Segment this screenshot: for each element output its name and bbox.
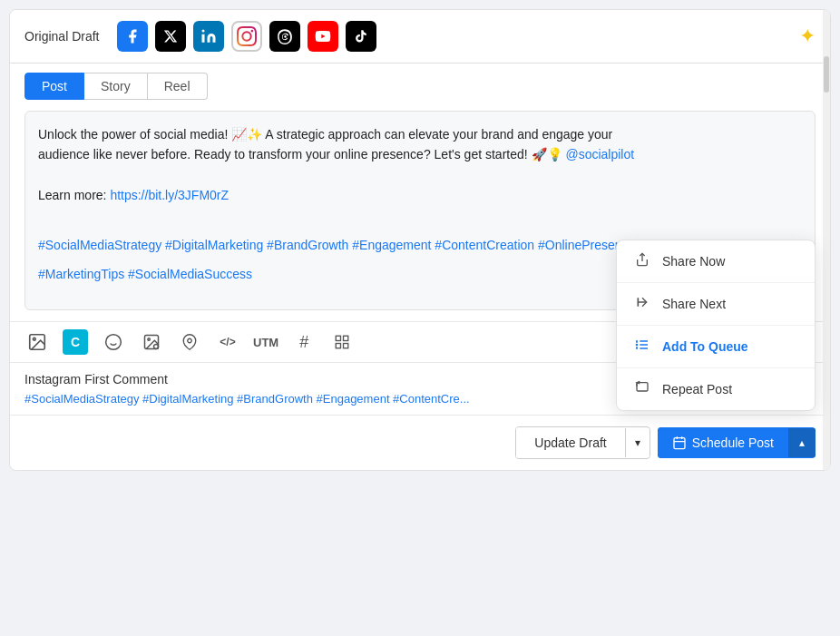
- post-line1: Unlock the power of social media! 📈✨ A s…: [38, 127, 612, 142]
- social-icon-twitter[interactable]: [155, 21, 186, 52]
- repeat-post-label: Repeat Post: [662, 382, 732, 396]
- share-next-icon: [633, 295, 651, 313]
- tabs-bar: Post Story Reel: [10, 64, 830, 100]
- toolbar-hashtag-icon[interactable]: #: [291, 329, 317, 355]
- social-icon-youtube[interactable]: [308, 21, 338, 52]
- social-icon-tiktok[interactable]: [346, 21, 376, 52]
- repeat-post-icon: [633, 380, 651, 398]
- toolbar-utm-label[interactable]: UTM: [253, 336, 278, 349]
- svg-point-3: [33, 338, 35, 340]
- toolbar-canva-icon[interactable]: C: [63, 329, 88, 355]
- dropdown-add-to-queue[interactable]: Add To Queue: [617, 326, 815, 368]
- dropdown-share-next[interactable]: Share Next: [617, 283, 815, 326]
- svg-rect-13: [344, 336, 348, 340]
- update-draft-group: Update Draft ▾: [515, 426, 650, 459]
- tab-post[interactable]: Post: [24, 73, 84, 100]
- share-now-icon: [633, 252, 651, 270]
- header: Original Draft: [10, 10, 830, 64]
- footer: Update Draft ▾ Schedule Post ▴: [10, 415, 830, 470]
- social-icon-facebook[interactable]: [117, 21, 148, 52]
- svg-point-4: [106, 335, 122, 350]
- calendar-icon: [672, 435, 687, 450]
- scrollbar[interactable]: [823, 10, 830, 470]
- first-comment-text: #SocialMediaStrategy #DigitalMarketing #…: [24, 392, 641, 406]
- svg-point-28: [636, 347, 638, 349]
- svg-rect-15: [344, 344, 348, 348]
- dropdown-menu: Share Now Share Next Add To Queue Repeat…: [616, 240, 816, 411]
- update-draft-button[interactable]: Update Draft: [516, 427, 624, 458]
- social-icon-linkedin[interactable]: [193, 21, 224, 52]
- dropdown-share-now[interactable]: Share Now: [617, 240, 815, 283]
- schedule-post-label: Schedule Post: [692, 435, 774, 450]
- toolbar-grid-icon[interactable]: [329, 329, 355, 355]
- svg-point-24: [636, 344, 639, 347]
- learn-more-link[interactable]: https://bit.ly/3JFM0rZ: [110, 188, 229, 202]
- add-to-queue-icon: [633, 338, 651, 356]
- svg-rect-12: [336, 336, 340, 340]
- post-line2: audience like never before. Ready to tra…: [38, 147, 565, 161]
- svg-point-8: [148, 338, 151, 341]
- scrollbar-thumb[interactable]: [824, 56, 829, 93]
- svg-rect-31: [674, 438, 685, 449]
- share-next-label: Share Next: [662, 297, 726, 311]
- social-icon-threads[interactable]: [269, 21, 300, 52]
- svg-point-27: [636, 340, 638, 342]
- sparkle-icon: ✦: [799, 24, 816, 48]
- toolbar-photo-search-icon[interactable]: [139, 329, 164, 355]
- svg-line-10: [157, 347, 158, 348]
- toolbar-media-icon[interactable]: [24, 329, 50, 355]
- dropdown-repeat-post[interactable]: Repeat Post: [617, 368, 815, 410]
- learn-more-label: Learn more:: [38, 188, 110, 202]
- toolbar-code-icon[interactable]: </>: [215, 329, 240, 355]
- canva-c-label: C: [71, 335, 80, 349]
- share-now-label: Share Now: [662, 254, 725, 269]
- svg-point-11: [188, 338, 192, 343]
- draft-label: Original Draft: [24, 29, 106, 44]
- social-icons-bar: [117, 21, 788, 52]
- toolbar-location-icon[interactable]: [177, 329, 202, 355]
- svg-point-0: [202, 30, 205, 33]
- main-container: Original Draft: [9, 9, 831, 471]
- schedule-post-caret-button[interactable]: ▴: [788, 428, 816, 457]
- toolbar-emoji-icon[interactable]: [101, 329, 126, 355]
- svg-rect-14: [336, 344, 340, 348]
- mention-link[interactable]: @socialpilot: [565, 147, 634, 161]
- schedule-post-button[interactable]: Schedule Post: [658, 427, 788, 458]
- add-to-queue-label: Add To Queue: [662, 339, 748, 354]
- update-draft-caret-button[interactable]: ▾: [625, 428, 650, 457]
- tab-reel[interactable]: Reel: [148, 73, 208, 100]
- social-icon-instagram[interactable]: [231, 21, 262, 52]
- schedule-post-group: Schedule Post ▴: [658, 427, 816, 458]
- tab-story[interactable]: Story: [84, 73, 148, 100]
